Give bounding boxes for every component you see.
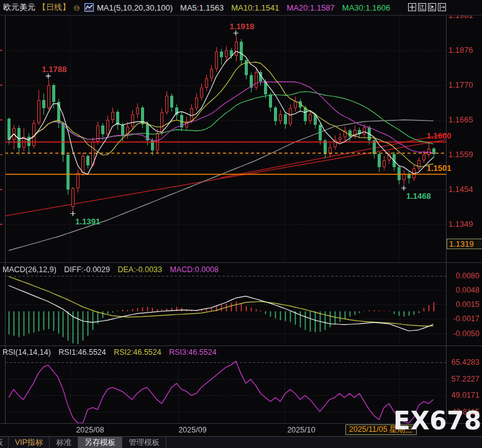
left-axis-tick bbox=[0, 50, 2, 51]
ma10-value: MA10:1.1541 bbox=[231, 3, 279, 12]
tab-vip-indicators[interactable]: VIP指标 bbox=[9, 437, 50, 448]
chart-type-icon[interactable] bbox=[84, 3, 94, 12]
left-axis-tick bbox=[0, 154, 2, 155]
chart-toolbar bbox=[408, 3, 446, 11]
axis-price-box: 1.1319 bbox=[447, 239, 482, 249]
macd-axis-label: -0.0050 bbox=[453, 329, 480, 338]
rsi-title: RSI(14,14,14) bbox=[2, 348, 51, 357]
macd-title: MACD(26,12,9) bbox=[2, 265, 57, 274]
price-axis-label: 1.1559 bbox=[448, 150, 482, 159]
price-line-label: 1.1600 bbox=[427, 131, 452, 140]
left-axis-tick bbox=[0, 224, 2, 225]
rsi1-value: RSI1:46.5524 bbox=[58, 348, 106, 357]
x-axis-label: 2025/10 bbox=[283, 426, 320, 434]
rsi-axis-label: 49.0171 bbox=[452, 391, 480, 400]
tab-partial[interactable]: 板 bbox=[0, 437, 9, 448]
symbol-title: 欧元美元 bbox=[3, 2, 35, 13]
panel-separator[interactable] bbox=[0, 262, 482, 263]
x-axis-label: 2025/08 bbox=[71, 426, 109, 434]
timeframe-label[interactable]: 【日线】 bbox=[38, 2, 70, 13]
chart-canvas[interactable] bbox=[0, 0, 482, 448]
template-tab-bar: 板 VIP指标 标准 另存模板 管理模板 bbox=[0, 436, 482, 448]
price-axis-label: 1.1770 bbox=[448, 80, 482, 89]
scale-up-icon[interactable] bbox=[418, 3, 426, 11]
extreme-price-label: 1.1391 bbox=[75, 217, 100, 226]
tab-manage-template[interactable]: 管理模板 bbox=[122, 437, 166, 448]
left-axis-tick bbox=[0, 85, 2, 86]
rsi-axis-label: 57.2227 bbox=[452, 375, 480, 383]
tab-save-template[interactable]: 另存模板 bbox=[78, 437, 122, 448]
right-axis-line bbox=[446, 16, 447, 423]
price-axis-label: 1.1349 bbox=[448, 219, 482, 229]
rsi-axis-label: 65.4283 bbox=[452, 358, 480, 367]
ma-settings-label: MA1(5,10,20,30,100) bbox=[97, 3, 173, 12]
left-axis-tick bbox=[0, 119, 2, 121]
price-axis-label: 1.1665 bbox=[448, 115, 482, 124]
macd-hist-value: MACD:0.0008 bbox=[170, 265, 219, 274]
macd-axis-label: 0.0015 bbox=[456, 300, 480, 309]
rsi3-value: RSI3:46.5524 bbox=[169, 348, 216, 357]
rsi2-value: RSI2:46.5524 bbox=[114, 348, 161, 357]
pan-right-icon[interactable] bbox=[438, 3, 446, 11]
watermark: EX678 bbox=[393, 406, 481, 435]
x-axis-label: 2025/09 bbox=[174, 426, 211, 434]
macd-axis-label: 0.0080 bbox=[456, 272, 480, 280]
price-axis-label: 1.1454 bbox=[448, 185, 482, 194]
crosshair-tool-icon[interactable] bbox=[408, 3, 416, 11]
macd-diff-value: DIFF:-0.0029 bbox=[64, 265, 110, 274]
extreme-price-label: 1.1788 bbox=[42, 65, 67, 74]
macd-axis-label: -0.0017 bbox=[453, 314, 480, 323]
panel-separator[interactable] bbox=[0, 345, 482, 346]
rsi-header: RSI(14,14,14) RSI1:46.5524 RSI2:46.5524 … bbox=[2, 348, 222, 357]
playback-icon[interactable] bbox=[428, 3, 436, 11]
ma20-value: MA20:1.1587 bbox=[287, 3, 335, 12]
price-line-label: 1.1501 bbox=[427, 163, 452, 173]
collapse-icon[interactable]: ⊖ bbox=[73, 3, 80, 12]
extreme-price-label: 1.1918 bbox=[230, 22, 255, 31]
left-axis-tick bbox=[0, 189, 2, 190]
ma30-value: MA30:1.1606 bbox=[342, 3, 390, 12]
ma5-value: MA5:1.1563 bbox=[180, 3, 224, 12]
price-axis-label: 1.1876 bbox=[448, 45, 482, 55]
trading-app: 欧元美元 【日线】 ⊖ MA1(5,10,20,30,100) MA5:1.15… bbox=[0, 0, 482, 448]
extreme-price-label: 1.1468 bbox=[406, 191, 431, 201]
macd-axis-label: 0.0048 bbox=[456, 286, 480, 295]
left-axis-line bbox=[5, 16, 6, 423]
tab-standard[interactable]: 标准 bbox=[50, 437, 78, 448]
macd-header: MACD(26,12,9) DIFF:-0.0029 DEA:-0.0033 M… bbox=[2, 265, 224, 274]
macd-dea-value: DEA:-0.0033 bbox=[117, 265, 162, 274]
